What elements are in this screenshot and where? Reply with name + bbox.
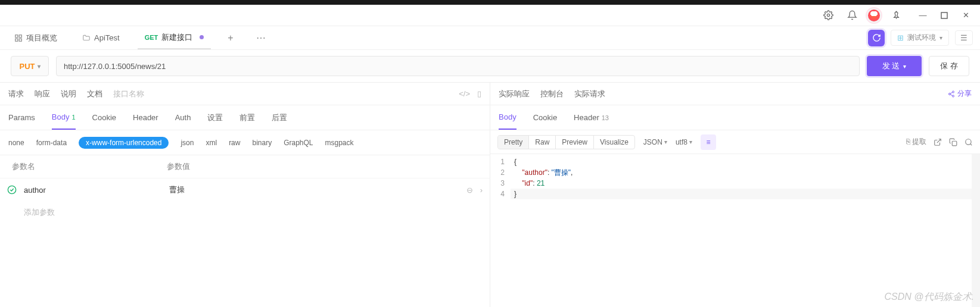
copy-icon[interactable] xyxy=(949,138,957,146)
close-button[interactable]: ✕ xyxy=(957,7,974,24)
share-button[interactable]: 分享 xyxy=(948,89,972,99)
gear-icon[interactable] xyxy=(819,7,837,24)
tab-overview[interactable]: 项目概览 xyxy=(7,26,64,49)
resp-tab-body[interactable]: Body xyxy=(499,105,517,130)
code-content: { "author": "曹操", "id": 21 } xyxy=(511,154,576,307)
body-type-row: none form-data x-www-form-urlencoded jso… xyxy=(0,130,490,155)
expand-row-icon[interactable]: › xyxy=(480,186,483,195)
svg-point-15 xyxy=(966,139,971,144)
svg-point-7 xyxy=(8,186,15,193)
response-section-tabs: Body Cookie Header13 xyxy=(490,105,980,130)
tab-apitest[interactable]: ApiTest xyxy=(75,26,127,49)
tab-setting[interactable]: 设置 xyxy=(207,105,223,130)
subtab-actual-req[interactable]: 实际请求 xyxy=(574,89,605,99)
tab-current[interactable]: GET 新建接口 xyxy=(138,26,211,49)
url-value: http://127.0.0.1:5005/news/21 xyxy=(64,62,166,71)
tab-header[interactable]: Header xyxy=(133,105,158,130)
window-buttons: — ✕ xyxy=(914,7,974,24)
format-icon[interactable]: ≡ xyxy=(701,134,716,150)
svg-point-10 xyxy=(953,95,954,97)
subtab-response[interactable]: 响应 xyxy=(35,89,50,99)
viewmode-preview[interactable]: Preview xyxy=(556,136,594,149)
bodytype-graphql[interactable]: GraphQL xyxy=(284,139,313,147)
environment-label: 测试环境 xyxy=(907,33,936,43)
new-tab-button[interactable]: + xyxy=(222,33,239,43)
svg-line-12 xyxy=(950,92,952,93)
maximize-button[interactable] xyxy=(936,7,953,24)
bodytype-formdata[interactable]: form-data xyxy=(36,139,67,147)
tab-overview-label: 项目概览 xyxy=(26,33,57,43)
environment-select[interactable]: ⊞ 测试环境 ▾ xyxy=(891,30,949,46)
folder-icon xyxy=(82,34,91,42)
subtab-desc[interactable]: 说明 xyxy=(61,89,76,99)
svg-point-9 xyxy=(949,93,951,95)
subtab-request[interactable]: 请求 xyxy=(8,89,24,99)
view-mode-group: Pretty Raw Preview Visualize xyxy=(497,135,635,149)
svg-point-0 xyxy=(827,14,829,16)
open-new-icon[interactable] xyxy=(934,138,942,146)
col-param-name: 参数名 xyxy=(12,161,167,172)
tab-params[interactable]: Params xyxy=(8,105,35,130)
tab-auth[interactable]: Auth xyxy=(175,105,191,130)
minimize-button[interactable]: — xyxy=(914,7,931,24)
search-icon[interactable] xyxy=(965,138,973,146)
hamburger-icon[interactable]: ☰ xyxy=(955,30,973,45)
bodytype-raw[interactable]: raw xyxy=(229,139,240,147)
save-button[interactable]: 保 存 xyxy=(929,56,969,76)
name-placeholder[interactable]: 接口名称 xyxy=(113,89,144,99)
table-row[interactable]: author 曹操 ⊖ › xyxy=(0,178,490,201)
extract-button[interactable]: ⎘ 提取 xyxy=(906,137,926,147)
refresh-button[interactable] xyxy=(868,30,885,46)
viewmode-visualize[interactable]: Visualize xyxy=(594,136,634,149)
viewmode-pretty[interactable]: Pretty xyxy=(498,136,529,149)
add-param-row[interactable]: 添加参数 xyxy=(0,201,490,224)
request-section-tabs: Params Body1 Cookie Header Auth 设置 前置 后置 xyxy=(0,105,490,130)
resp-tab-cookie[interactable]: Cookie xyxy=(533,105,557,130)
check-icon[interactable] xyxy=(7,185,24,195)
resp-tab-header[interactable]: Header13 xyxy=(574,105,609,130)
response-body-view[interactable]: 1 2 3 4 { "author": "曹操", "id": 21 } xyxy=(490,154,980,307)
subtab-console[interactable]: 控制台 xyxy=(540,89,564,99)
delete-row-icon[interactable]: ⊖ xyxy=(466,186,473,195)
url-input[interactable]: http://127.0.0.1:5005/news/21 xyxy=(56,56,860,76)
encoding-select[interactable]: utf8▾ xyxy=(676,138,692,146)
bell-icon[interactable] xyxy=(843,7,861,24)
tab-cookie[interactable]: Cookie xyxy=(92,105,116,130)
bodytype-none[interactable]: none xyxy=(8,139,24,147)
app-titlebar: — ✕ xyxy=(0,5,980,26)
request-pane: 请求 响应 说明 文档 接口名称 </> ▯ Params Body1 Cook… xyxy=(0,82,490,307)
bodytype-json[interactable]: json xyxy=(181,139,194,147)
format-select[interactable]: JSON▾ xyxy=(643,138,667,146)
column-icon[interactable]: ▯ xyxy=(477,89,481,98)
param-value-cell[interactable]: 曹操 xyxy=(169,184,466,195)
bodytype-xwww[interactable]: x-www-form-urlencoded xyxy=(79,137,169,149)
avatar[interactable] xyxy=(867,8,881,23)
tabs-row: 项目概览 ApiTest GET 新建接口 + ⋯ ⊞ 测试环境 ▾ ☰ xyxy=(0,26,980,50)
param-table: 参数名 参数值 author 曹操 ⊖ › 添加参数 xyxy=(0,155,490,224)
method-select[interactable]: PUT ▾ xyxy=(11,56,49,76)
bodytype-msgpack[interactable]: msgpack xyxy=(325,139,354,147)
response-pane: 实际响应 控制台 实际请求 分享 Body Cookie Header13 Pr… xyxy=(490,82,980,307)
subtab-actual-resp[interactable]: 实际响应 xyxy=(499,89,530,99)
subtab-docs[interactable]: 文档 xyxy=(87,89,102,99)
share-icon xyxy=(948,90,955,98)
tab-postscript[interactable]: 后置 xyxy=(272,105,287,130)
svg-rect-3 xyxy=(15,35,18,37)
chevron-down-icon: ▾ xyxy=(903,63,906,70)
response-subtabs: 实际响应 控制台 实际请求 分享 xyxy=(490,83,980,105)
scrollbar[interactable] xyxy=(972,154,980,307)
tab-prescript[interactable]: 前置 xyxy=(239,105,255,130)
header-count: 13 xyxy=(602,114,609,121)
send-button[interactable]: 发 送▾ xyxy=(867,56,922,76)
tab-body[interactable]: Body1 xyxy=(52,105,76,130)
pin-icon[interactable] xyxy=(887,7,905,24)
code-view-icon[interactable]: </> xyxy=(459,89,470,98)
bodytype-xml[interactable]: xml xyxy=(206,139,217,147)
viewmode-raw[interactable]: Raw xyxy=(529,136,556,149)
bodytype-binary[interactable]: binary xyxy=(252,139,272,147)
more-tabs-button[interactable]: ⋯ xyxy=(250,32,272,43)
svg-line-11 xyxy=(950,94,952,95)
param-name-cell[interactable]: author xyxy=(24,186,169,195)
svg-line-13 xyxy=(937,139,941,142)
request-subtabs: 请求 响应 说明 文档 接口名称 </> ▯ xyxy=(0,83,490,105)
